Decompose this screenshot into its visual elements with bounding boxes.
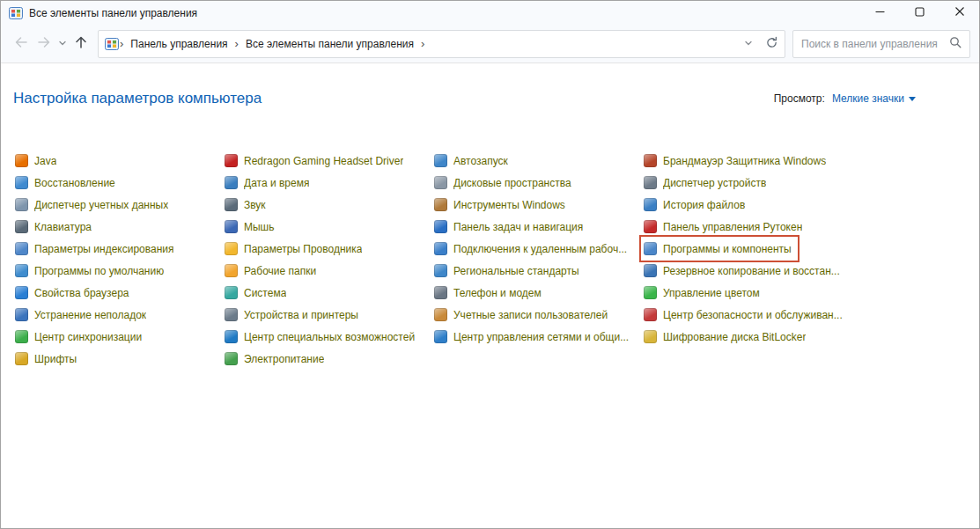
control-panel-item[interactable]: Параметры Проводника [223,238,367,260]
control-panel-item[interactable]: Устранение неполадок [13,304,151,326]
control-panel-item[interactable]: Автозапуск [432,150,513,172]
control-panel-item[interactable]: Брандмауэр Защитника Windows [642,150,831,172]
control-panel-item[interactable]: Программы и компоненты [642,238,797,260]
search-box [792,30,970,58]
control-panel-item[interactable]: Центр синхронизации [13,326,147,348]
item-label: Звук [244,199,266,211]
back-arrow-icon [13,34,29,53]
control-panel-item[interactable]: Параметры индексирования [13,238,179,260]
item-label: Диспетчер устройств [663,177,766,189]
forward-button[interactable] [33,32,55,56]
item-label: Автозапуск [453,155,508,167]
troubleshooting-icon [15,308,28,321]
control-panel-item[interactable]: Панель управления Рутокен [642,216,807,238]
default-programs-icon [15,264,28,277]
view-label: Просмотр: [774,92,825,105]
phone-modem-icon [434,286,447,299]
content: Настройка параметров компьютера Просмотр… [1,63,979,528]
item-label: Redragon Gaming Headset Driver [244,155,403,167]
control-panel-item[interactable]: Мышь [223,216,280,238]
control-panel-item[interactable]: Redragon Gaming Headset Driver [223,150,409,172]
control-panel-item[interactable]: Региональные стандарты [432,260,585,282]
control-panel-item[interactable]: Восстановление [13,172,121,194]
control-panel-item[interactable]: Java [13,150,62,172]
view-controls: Просмотр: Мелкие значки [774,92,916,105]
item-label: Центр синхронизации [34,331,142,343]
search-input[interactable] [801,38,949,50]
control-panel-item[interactable]: Рабочие папки [223,260,321,282]
control-panel-item[interactable]: Устройства и принтеры [223,304,364,326]
date-time-icon [225,176,238,189]
control-panel-item[interactable]: Программы по умолчанию [13,260,169,282]
item-label: Резервное копирование и восстан... [663,265,840,277]
control-panel-window: Все элементы панели управления [0,0,980,529]
address-bar[interactable]: › Панель управления › Все элементы панел… [98,30,785,58]
control-panel-item[interactable]: Дисковые пространства [432,172,577,194]
item-label: Панель задач и навигация [453,221,583,233]
programs-and-features-icon [644,242,657,255]
item-label: Электропитание [244,353,324,365]
refresh-icon [765,36,778,52]
credential-manager-icon [15,198,28,211]
item-label: Восстановление [34,177,115,189]
internet-options-icon [15,286,28,299]
breadcrumb-item-control-panel[interactable]: Панель управления [124,32,233,56]
item-label: Шрифты [34,353,77,365]
control-panel-item[interactable]: Диспетчер устройств [642,172,771,194]
control-panel-item[interactable]: Центр специальных возможностей [223,326,420,348]
control-panel-item[interactable]: Панель задач и навигация [432,216,588,238]
item-label: История файлов [663,199,745,211]
control-panel-item[interactable]: Звук [223,194,271,216]
address-dropdown-button[interactable] [737,32,760,56]
item-label: Свойства браузера [34,287,129,299]
window-title: Все элементы панели управления [29,7,197,19]
control-panel-item[interactable]: Управление цветом [642,282,765,304]
minimize-button[interactable] [860,1,900,25]
up-button[interactable] [70,32,92,56]
mouse-icon [225,220,238,233]
back-button[interactable] [10,32,33,56]
control-panel-item[interactable]: Инструменты Windows [432,194,571,216]
redragon-icon [225,154,238,167]
bitlocker-icon [644,330,657,343]
work-folders-icon [225,264,238,277]
control-panel-item[interactable]: Телефон и модем [432,282,547,304]
control-panel-item[interactable]: Центр управления сетями и общи... [432,326,634,348]
breadcrumb-item-all-items[interactable]: Все элементы панели управления [239,32,420,56]
close-button[interactable] [939,1,979,25]
control-panel-item[interactable]: История файлов [642,194,750,216]
item-label: Программы по умолчанию [34,265,164,277]
item-label: Диспетчер учетных данных [34,199,168,211]
firewall-icon [644,154,657,167]
item-label: Подключения к удаленным рабоч... [453,243,627,255]
control-panel-item[interactable]: Шрифты [13,348,82,370]
chevron-down-icon [58,37,67,50]
sound-icon [225,198,238,211]
breadcrumb-separator: › [420,37,425,50]
maximize-button[interactable] [900,1,939,25]
control-panel-item[interactable]: Система [223,282,291,304]
window-controls [860,1,979,25]
item-label: Java [34,155,56,167]
control-panel-item[interactable]: Резервное копирование и восстан... [642,260,845,282]
control-panel-item[interactable]: Учетные записи пользователей [432,304,613,326]
control-panel-item[interactable]: Дата и время [223,172,314,194]
refresh-button[interactable] [760,32,783,56]
control-panel-icon [9,6,23,20]
control-panel-item[interactable]: Электропитание [223,348,329,370]
control-panel-item[interactable]: Подключения к удаленным рабоч... [432,238,632,260]
sync-center-icon [15,330,28,343]
item-label: Учетные записи пользователей [453,309,608,321]
color-management-icon [644,286,657,299]
control-panel-item[interactable]: Клавиатура [13,216,97,238]
view-selector[interactable]: Мелкие значки [832,92,916,105]
control-panel-item[interactable]: Диспетчер учетных данных [13,194,173,216]
recent-locations-button[interactable] [55,32,70,56]
item-label: Брандмауэр Защитника Windows [663,155,826,167]
recovery-icon [15,176,28,189]
control-panel-item[interactable]: Центр безопасности и обслуживан... [642,304,848,326]
search-icon [949,36,962,52]
autoplay-icon [434,154,447,167]
control-panel-item[interactable]: Свойства браузера [13,282,135,304]
control-panel-item[interactable]: Шифрование диска BitLocker [642,326,811,348]
